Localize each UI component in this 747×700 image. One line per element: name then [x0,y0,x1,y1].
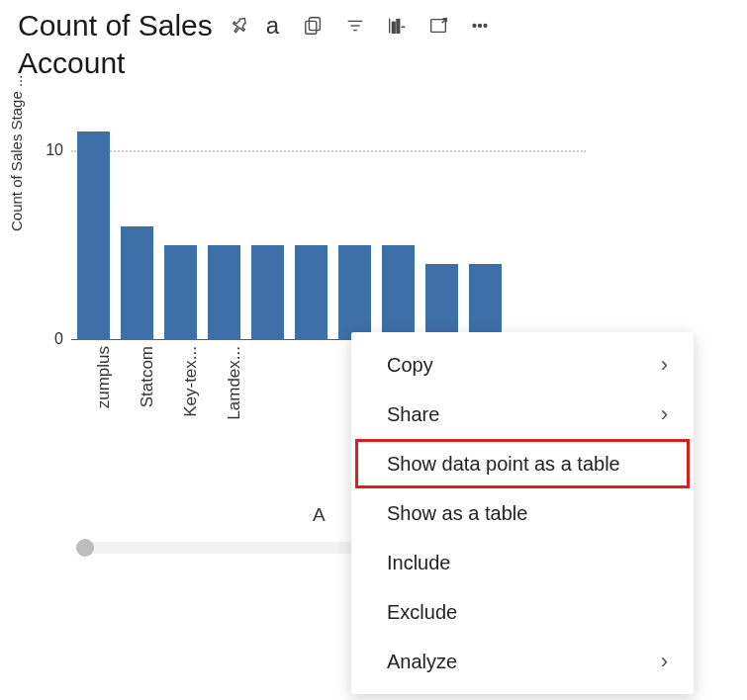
focus-icon[interactable] [427,15,449,37]
menu-include-label: Include [387,552,451,574]
menu-analyze[interactable]: Analyze › [351,637,694,686]
bar-5[interactable] [295,245,327,340]
svg-point-9 [473,25,476,28]
bar-4[interactable] [251,245,284,340]
bar-9[interactable] [469,264,502,340]
svg-rect-6 [393,22,396,33]
menu-show-data-point-as-table[interactable]: Show data point as a table [355,439,690,488]
chevron-right-icon: › [661,649,668,674]
scrollbar-thumb[interactable] [76,539,94,557]
visual-header: Count of Sales a [0,0,747,44]
chart-title-line2: Account [0,45,747,81]
context-menu: Copy › Share › Show data point as a tabl… [351,332,694,694]
ytick-0: 0 [54,330,63,348]
bar-visual-icon[interactable] [386,15,408,37]
bar-0[interactable] [77,131,110,340]
more-icon[interactable] [469,15,491,37]
bar-6[interactable] [338,245,371,340]
plot-area: 10 0 [71,113,586,340]
menu-exclude-label: Exclude [387,601,457,624]
svg-rect-1 [306,21,317,34]
menu-analyze-label: Analyze [387,651,457,673]
menu-share[interactable]: Share › [351,390,694,439]
menu-exclude[interactable]: Exclude [351,587,694,637]
svg-point-11 [484,25,487,28]
menu-copy-label: Copy [387,354,433,377]
bar-2[interactable] [164,245,197,340]
menu-show-as-table[interactable]: Show as a table [351,488,694,538]
menu-show-as-table-label: Show as a table [387,502,527,525]
ytick-10: 10 [46,141,63,159]
bar-8[interactable] [425,264,458,340]
title-cutoff-fragment: a [266,12,279,40]
chart-title-line1: Count of Sales [18,8,213,44]
chevron-right-icon: › [661,352,668,378]
svg-point-10 [479,25,482,28]
svg-rect-0 [310,18,321,31]
menu-share-label: Share [387,403,439,426]
bar-1[interactable] [121,226,153,340]
filter-icon[interactable] [344,15,366,37]
x-axis-label: A [313,504,326,526]
menu-copy[interactable]: Copy › [351,340,694,390]
pin-icon[interactable] [229,15,250,37]
copy-icon[interactable] [303,15,325,37]
bar-3[interactable] [208,245,240,340]
menu-include[interactable]: Include [351,538,694,587]
bars-container [71,113,502,340]
menu-show-data-point-label: Show data point as a table [387,453,620,476]
y-axis-label: Count of Sales Stage ... [8,75,25,231]
chevron-right-icon: › [661,401,668,427]
bar-7[interactable] [382,245,415,340]
svg-rect-7 [397,20,400,34]
visual-toolbar: a [229,12,491,40]
